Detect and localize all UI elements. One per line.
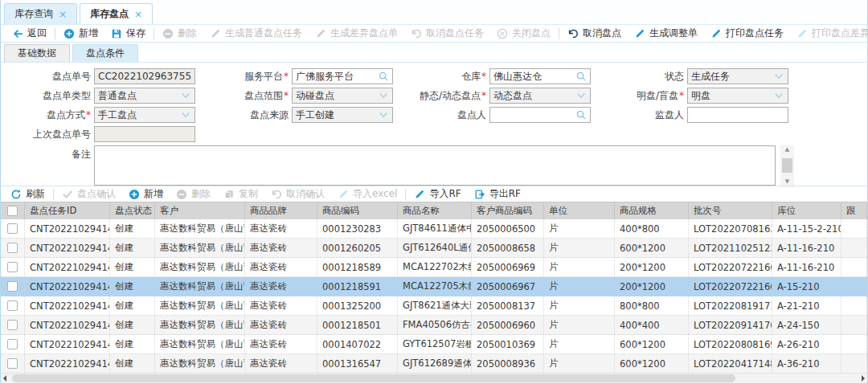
column-header[interactable]: 客户商品编码 (472, 202, 544, 219)
close-icon[interactable]: × (59, 9, 67, 20)
table-row[interactable]: CNT2022102941491创建惠达数科贸易（唐山曹惠达瓷砖00012185… (1, 316, 867, 335)
table-cell: 片 (544, 354, 615, 373)
table-row[interactable]: CNT2022102941491创建惠达数科贸易（唐山曹惠达瓷砖00013252… (1, 296, 867, 316)
search-icon[interactable] (575, 71, 587, 82)
button-label: 保存 (126, 27, 145, 40)
table-row[interactable]: CNT2022102941491创建惠达数科贸易（唐山曹惠达瓷砖00012185… (1, 258, 867, 277)
table-cell: 0001218589 (317, 258, 398, 276)
supervisor-field[interactable] (687, 107, 788, 123)
table-cell: 惠达数科贸易（唐山曹 (155, 316, 245, 334)
close-icon[interactable]: × (134, 9, 142, 20)
count-scope-field[interactable]: 动碰盘点 (292, 88, 393, 104)
table-cell: 惠达数科贸易（唐山曹 (155, 296, 245, 315)
row-checkbox[interactable] (7, 223, 18, 234)
open-blind-field[interactable]: 明盘 (687, 88, 788, 104)
table-row[interactable]: CNT2022102941491创建惠达数科贸易（唐山曹惠达瓷砖00013165… (1, 354, 867, 373)
window-tab[interactable]: 库存查询× (4, 3, 77, 24)
column-header[interactable]: 库位 (772, 202, 841, 219)
column-header[interactable]: 跟 (841, 202, 867, 219)
toolbar-button-plus-circle[interactable]: 新增 (122, 186, 170, 202)
table-cell: 0001407022 (317, 335, 398, 353)
table-cell: FMA40506仿古砖 (398, 316, 472, 334)
subtab[interactable]: 盘点条件 (72, 44, 138, 62)
toolbar-button-plus-circle[interactable]: 新增 (57, 25, 104, 42)
column-header[interactable]: 盘点任务ID (25, 202, 110, 219)
table-cell: 0001230283 (317, 219, 398, 238)
table-cell: 600*1200 (615, 239, 689, 257)
toolbar-button-export[interactable]: 导出RF (468, 186, 527, 202)
column-header[interactable]: 商品名称 (398, 202, 472, 219)
table-row[interactable]: CNT2022102941491创建惠达数科贸易（唐山曹惠达瓷砖00012302… (1, 219, 867, 239)
toolbar-button-undo[interactable]: 取消盘点 (561, 25, 628, 42)
table-cell: CNT2022102941491 (25, 316, 110, 334)
count-method-field[interactable]: 手工盘点 (94, 107, 195, 123)
service-platform-field[interactable]: 广佛服务平台 (292, 68, 393, 84)
remark-textarea[interactable] (94, 145, 776, 186)
toolbar-button-refresh[interactable]: 刷新 (4, 186, 51, 202)
column-header[interactable]: 批次号 (689, 202, 772, 219)
select-all-checkbox[interactable] (7, 206, 18, 216)
status-field[interactable]: 生成任务 (687, 68, 788, 84)
chevron-down-icon[interactable] (378, 109, 389, 121)
row-checkbox[interactable] (7, 243, 18, 253)
table-cell: 惠达瓷砖 (245, 239, 317, 257)
column-header[interactable]: 商品编码 (317, 202, 398, 219)
table-cell: A-26-210 (772, 335, 841, 353)
column-header[interactable]: 单位 (544, 202, 615, 219)
count-source-field[interactable]: 手工创建 (292, 107, 393, 123)
toolbar-button-pencil[interactable]: 生成调整单 (628, 25, 704, 42)
toolbar-separator (154, 28, 154, 39)
chevron-down-icon[interactable] (773, 71, 784, 82)
scrollbar-thumb[interactable] (12, 374, 735, 382)
grid-toolbar: 刷新盘点确认新增删除复制取消确认导入excel导入RF导出RF (1, 186, 867, 202)
scroll-up-icon[interactable]: ▲ (785, 146, 789, 153)
row-checkbox[interactable] (7, 358, 18, 369)
counter-field[interactable] (489, 107, 591, 123)
button-label: 刷新 (26, 187, 45, 201)
table-row[interactable]: CNT2022102941491创建惠达数科贸易（唐山曹惠达瓷砖00014070… (1, 335, 867, 354)
table-cell: 片 (544, 219, 615, 238)
search-icon[interactable] (378, 71, 389, 82)
scrollbar-thumb[interactable] (782, 158, 792, 173)
horizontal-scrollbar[interactable] (1, 373, 867, 383)
static-dynamic-field[interactable]: 动态盘点 (489, 88, 591, 104)
chevron-down-icon[interactable] (180, 109, 191, 121)
column-header[interactable]: 商品规格 (615, 202, 689, 219)
toolbar-button-arrow-left[interactable]: 返回 (6, 25, 53, 42)
chevron-down-icon[interactable] (773, 90, 784, 101)
row-checkbox-cell (1, 335, 25, 353)
column-header[interactable]: 客户 (155, 202, 245, 219)
window-tab[interactable]: 库存盘点× (80, 3, 153, 24)
row-checkbox[interactable] (7, 339, 18, 349)
required-mark: * (284, 90, 289, 101)
column-header[interactable]: 盘点状态 (110, 202, 155, 219)
subtab[interactable]: 基础数据 (4, 44, 70, 62)
row-checkbox[interactable] (7, 320, 18, 330)
row-checkbox[interactable] (7, 281, 18, 292)
table-cell (841, 258, 867, 276)
toolbar-button-pencil-disabled: 生成差异盘点单 (309, 25, 404, 42)
table-cell: 创建 (110, 354, 155, 373)
toolbar-button-pencil[interactable]: 导入RF (407, 186, 467, 202)
count-order-type-field[interactable]: 普通盘点 (94, 88, 195, 104)
chevron-down-icon[interactable] (378, 90, 389, 101)
table-cell: 2050008936 (472, 354, 544, 373)
table-row[interactable]: CNT2022102941491创建惠达数科贸易（唐山曹惠达瓷砖00012602… (1, 239, 867, 258)
toolbar-button-save[interactable]: 保存 (104, 25, 152, 42)
row-checkbox[interactable] (7, 300, 18, 311)
warehouse-field[interactable]: 佛山惠达仓 (489, 68, 591, 84)
scroll-right-icon[interactable] (862, 375, 865, 382)
chevron-down-icon[interactable] (180, 90, 191, 101)
scroll-down-icon[interactable]: ▼ (785, 178, 789, 185)
column-header[interactable]: 商品品牌 (245, 202, 317, 219)
button-label: 删除 (191, 187, 211, 201)
pencil-icon (315, 28, 326, 39)
remark-scrollbar[interactable]: ▲ ▼ (780, 145, 794, 186)
search-icon[interactable] (575, 109, 587, 121)
row-checkbox[interactable] (7, 262, 18, 272)
toolbar-button-pencil[interactable]: 打印盘点任务 (704, 25, 790, 42)
chevron-down-icon[interactable] (575, 90, 587, 101)
table-row[interactable]: CNT2022102941491创建惠达数科贸易（唐山曹惠达瓷砖00012185… (1, 277, 867, 296)
undo-icon (411, 28, 422, 39)
scroll-left-icon[interactable] (3, 375, 6, 382)
